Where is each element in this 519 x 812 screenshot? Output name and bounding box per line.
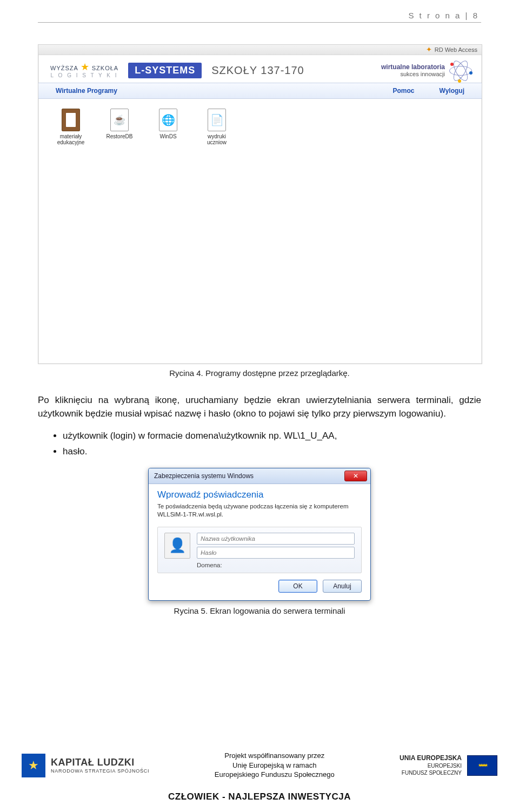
app-label: wydruki uczniow [201, 133, 233, 145]
footer-slogan: CZŁOWIEK - NAJLEPSZA INWESTYCJA [22, 791, 497, 802]
eu-line3: FUNDUSZ SPOŁECZNY [400, 769, 462, 776]
rd-link-text: RD Web Access [435, 46, 477, 53]
schools-range-label: SZKOŁY 137-170 [211, 64, 304, 77]
kl-title: KAPITAŁ LUDZKI [51, 757, 149, 768]
virtual-labs-logo: wirtualne laboratoria sukces innowacji [381, 59, 472, 82]
dialog-subtext: Te poświadczenia będą używane podczas łą… [157, 502, 362, 519]
bullet-password: hasło. [63, 445, 481, 459]
dialog-heading: Wprowadź poświadczenia [157, 489, 362, 500]
eu-flag-icon: ★ ★ ★ ★ ★ [467, 755, 497, 776]
kapital-ludzki-logo: ★ KAPITAŁ LUDZKI NARODOWA STRATEGIA SPÓJ… [22, 754, 149, 777]
figure4-caption: Rycina 4. Programy dostępne przez przegl… [38, 368, 481, 378]
ok-button[interactable]: OK [278, 580, 317, 593]
rd-web-access-link[interactable]: ✦ RD Web Access [426, 45, 477, 53]
funding-line2: Unię Europejską w ramach [232, 761, 316, 769]
clipboard-icon [62, 109, 80, 131]
page-header: S t r o n a | 8 [38, 11, 481, 20]
rd-branding-row: WYŻSZA ★ SZKOŁA L O G I S T Y K I L-SYST… [38, 55, 482, 83]
nav-help-link[interactable]: Pomoc [388, 87, 420, 95]
app-label: WinDS [152, 133, 184, 139]
java-icon [110, 109, 129, 131]
rd-nav-bar: Wirtualne Programy Pomoc Wyloguj [38, 83, 482, 99]
cancel-button[interactable]: Anuluj [323, 580, 362, 593]
lsystems-badge: L-SYSTEMS [128, 63, 202, 78]
eu-logo-block: UNIA EUROPEJSKA EUROPEJSKI FUNDUSZ SPOŁE… [400, 754, 497, 777]
username-input[interactable] [197, 533, 355, 545]
close-button[interactable]: ✕ [344, 471, 367, 481]
header-rule [38, 22, 481, 23]
eu-title: UNIA EUROPEJSKA [400, 754, 462, 763]
wsl-logo-top: WYŻSZA ★ SZKOŁA [50, 63, 118, 72]
kl-subtitle: NARODOWA STRATEGIA SPÓJNOŚCI [51, 768, 149, 774]
atom-icon [449, 59, 472, 82]
figure5-caption: Rycina 5. Ekran logowania do serwera ter… [38, 606, 481, 615]
wsl-logo-bottom: L O G I S T Y K I [51, 72, 118, 78]
doc-icon [208, 109, 226, 131]
bullet-list: użytkownik (login) w formacie domena\uży… [38, 430, 481, 458]
body-paragraph: Po kliknięciu na wybraną ikonę, uruchami… [38, 394, 481, 420]
rd-web-access-screenshot: ✦ RD Web Access WYŻSZA ★ SZKOŁA L O G I … [38, 44, 482, 364]
windows-security-dialog: Zabezpieczenia systemu Windows ✕ Wprowad… [148, 468, 371, 601]
rd-link-icon: ✦ [426, 45, 432, 53]
page-footer: ★ KAPITAŁ LUDZKI NARODOWA STRATEGIA SPÓJ… [0, 751, 519, 802]
dialog-titlebar: Zabezpieczenia systemu Windows ✕ [149, 468, 370, 484]
funding-line3: Europejskiego Funduszu Społecznego [215, 770, 335, 779]
rd-apps-list: materiały edukacyjneRestoreDBWinDSwydruk… [38, 99, 482, 155]
funding-line1: Projekt współfinansowany przez [224, 751, 324, 760]
user-avatar-icon: 👤 [164, 533, 190, 559]
app-clipboard[interactable]: materiały edukacyjne [55, 109, 87, 145]
kl-star-icon: ★ [22, 754, 45, 777]
app-label: materiały edukacyjne [55, 133, 87, 145]
app-globe[interactable]: WinDS [152, 109, 184, 139]
wlab-line2: sukces innowacji [381, 71, 445, 78]
app-doc[interactable]: wydruki uczniow [201, 109, 233, 145]
rd-window-titlebar: ✦ RD Web Access [38, 45, 482, 55]
domain-label: Domena: [197, 561, 355, 568]
app-label: RestoreDB [103, 133, 136, 139]
password-input[interactable] [197, 547, 355, 559]
bullet-login-format: użytkownik (login) w formacie domena\uży… [63, 430, 481, 443]
wlab-line1: wirtualne laboratoria [381, 64, 445, 71]
wsl-logo: WYŻSZA ★ SZKOŁA L O G I S T Y K I [50, 63, 118, 78]
eu-line2: EUROPEJSKI [400, 762, 462, 769]
funding-statement: Projekt współfinansowany przez Unię Euro… [215, 751, 335, 780]
credentials-panel: 👤 Domena: [157, 527, 362, 573]
dialog-title-text: Zabezpieczenia systemu Windows [154, 472, 254, 480]
nav-tab-virtual-programs[interactable]: Wirtualne Programy [50, 87, 123, 95]
close-icon: ✕ [353, 472, 358, 480]
nav-logout-link[interactable]: Wyloguj [434, 87, 470, 95]
globe-icon [159, 109, 177, 131]
app-java[interactable]: RestoreDB [103, 109, 136, 139]
